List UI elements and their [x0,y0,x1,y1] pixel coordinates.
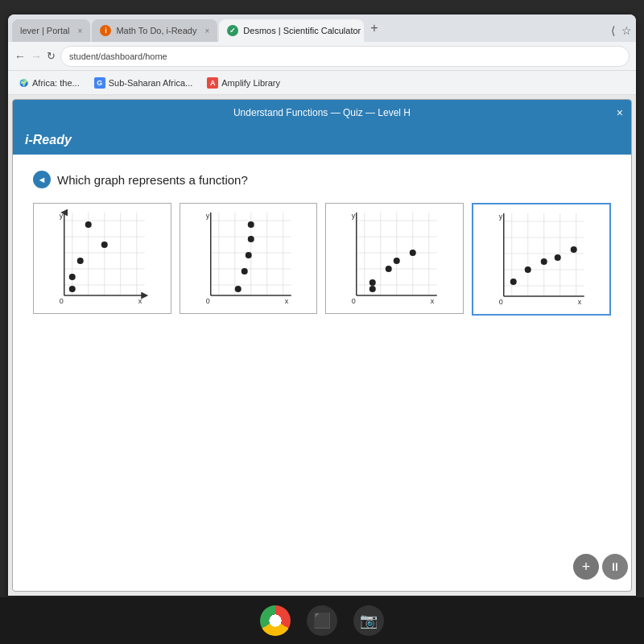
plus-symbol: + [582,559,591,576]
svg-text:x: x [431,297,435,305]
svg-point-75 [570,246,576,253]
question-text: Which graph represents a function? [57,173,248,187]
svg-point-16 [101,242,108,248]
graph-d-svg: x y 0 [478,209,605,306]
address-bar[interactable]: student/dashboard/home [60,46,630,67]
graph-option-b[interactable]: x y 0 [180,203,318,314]
graph-a-svg: x y 0 [39,208,166,305]
graph-option-a[interactable]: x y 0 [33,203,171,314]
svg-text:y: y [205,212,209,220]
svg-point-57 [386,266,392,272]
pause-symbol: ⏸ [609,560,621,573]
svg-point-78 [524,266,530,273]
bookmark-africa-label: Africa: the... [32,78,80,88]
svg-text:y: y [60,212,64,220]
graph-option-d[interactable]: x y 0 [472,203,612,316]
tab-iready-label: Math To Do, i-Ready [116,26,196,35]
tab-bar-right: ⟨ ☆ [611,24,632,37]
svg-point-18 [69,274,76,280]
star-button[interactable]: ☆ [621,24,632,37]
svg-point-58 [369,279,376,286]
svg-text:0: 0 [352,297,356,305]
bookmark-africa[interactable]: 🌍 Africa: the... [14,76,83,90]
tab-portal[interactable]: lever | Portal × [12,19,90,42]
forward-button[interactable]: → [31,50,42,63]
svg-text:x: x [138,297,142,305]
svg-point-36 [247,236,254,242]
content-area: Understand Functions — Quiz — Level H × … [8,95,636,596]
audio-symbol: ◄ [38,175,47,184]
bookmark-subsaharan-icon: G [94,77,105,89]
back-button[interactable]: ← [14,50,26,63]
tab-iready-close[interactable]: × [204,27,209,35]
tab-portal-close[interactable]: × [78,27,83,35]
pause-button[interactable]: ⏸ [602,554,628,580]
svg-point-55 [410,250,416,256]
svg-point-76 [554,254,560,261]
svg-point-35 [247,221,254,228]
minimize-button[interactable]: ⟨ [611,24,615,37]
pause-button-container: ⏸ [602,554,628,580]
bookmark-africa-icon: 🌍 [18,77,29,89]
graphs-container: x y 0 [33,203,611,316]
question-container: ◄ Which graph represents a function? [33,171,611,188]
files-icon-symbol: ⬛ [313,612,331,630]
svg-point-79 [510,279,516,285]
svg-text:x: x [577,298,581,306]
toolbar: ← → ↻ student/dashboard/home [8,42,636,71]
svg-point-56 [394,258,400,264]
bookmark-subsaharan-label: Sub-Saharan Africa... [109,78,193,88]
reload-button[interactable]: ↻ [47,50,56,62]
iready-logo: i-Ready [25,133,72,147]
svg-point-38 [241,268,247,275]
audio-button[interactable]: ◄ [33,171,51,188]
bookmark-subsaharan[interactable]: G Sub-Saharan Africa... [91,76,196,90]
taskbar: ⬛ 📷 [0,597,644,644]
svg-text:0: 0 [498,298,502,306]
svg-point-39 [234,286,241,292]
svg-text:0: 0 [60,297,64,305]
tab-bar: lever | Portal × i Math To Do, i-Ready ×… [8,14,636,42]
graph-c-svg: x y 0 [331,208,458,305]
tab-desmos-label: Desmos | Scientific Calculator [243,26,361,35]
address-text: student/dashboard/home [69,52,167,61]
add-button[interactable]: + [573,554,599,580]
svg-text:x: x [284,297,288,305]
graph-b-svg: x y 0 [185,208,312,305]
tab-iready[interactable]: i Math To Do, i-Ready × [92,19,217,42]
svg-text:0: 0 [205,297,209,305]
svg-text:y: y [352,212,356,220]
svg-point-59 [369,286,376,292]
bookmark-amplify-label: Amplify Library [221,78,280,88]
svg-point-37 [245,252,251,258]
taskbar-camera-icon[interactable]: 📷 [353,605,384,636]
taskbar-files-icon[interactable]: ⬛ [307,605,337,636]
taskbar-chrome-icon[interactable] [260,605,291,636]
screen: lever | Portal × i Math To Do, i-Ready ×… [0,0,644,644]
svg-point-77 [540,258,547,265]
iready-window: Understand Functions — Quiz — Level H × … [12,99,632,592]
iready-tab-icon: i [100,25,111,36]
new-tab-button[interactable]: + [365,17,382,39]
bookmark-amplify[interactable]: A Amplify Library [204,76,283,90]
iready-header: i-Ready [13,126,631,155]
browser-window: lever | Portal × i Math To Do, i-Ready ×… [8,14,636,596]
svg-point-17 [77,258,84,264]
tab-portal-label: lever | Portal [20,26,70,35]
iready-body: ◄ Which graph represents a function? [13,155,631,332]
graph-option-c[interactable]: x y 0 [325,203,464,314]
desmos-tab-icon: ✓ [227,25,238,36]
bookmarks-bar: 🌍 Africa: the... G Sub-Saharan Africa...… [8,71,636,95]
tab-desmos[interactable]: ✓ Desmos | Scientific Calculator × [219,19,364,42]
iready-close-button[interactable]: × [617,106,623,119]
svg-point-15 [85,221,92,228]
iready-titlebar: Understand Functions — Quiz — Level H × [13,100,631,126]
svg-text:y: y [498,213,502,221]
svg-point-19 [69,286,76,292]
bookmark-amplify-icon: A [207,77,218,89]
camera-icon-symbol: 📷 [360,612,378,630]
iready-titlebar-text: Understand Functions — Quiz — Level H [233,107,411,118]
